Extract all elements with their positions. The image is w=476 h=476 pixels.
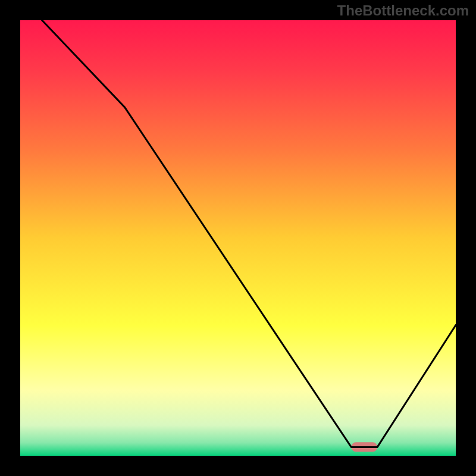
gradient-background (20, 20, 456, 456)
chart-container: TheBottleneck.com (0, 0, 476, 476)
watermark-text: TheBottleneck.com (337, 2, 469, 19)
bottleneck-chart (0, 0, 476, 476)
